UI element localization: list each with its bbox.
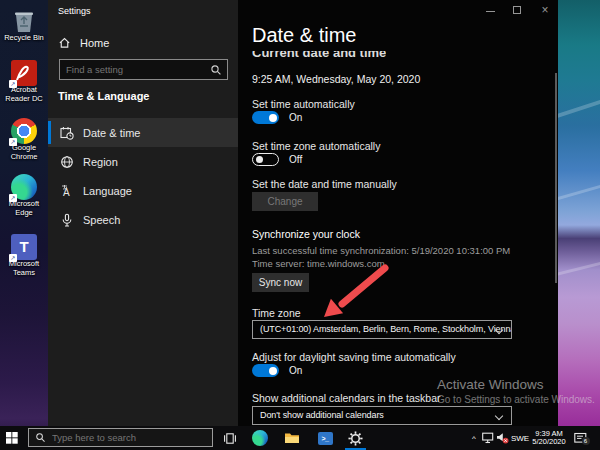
current-datetime: 9:25 AM, Wednesday, May 20, 2020 <box>252 73 420 85</box>
dst-toggle-row: On <box>252 364 302 377</box>
taskbar-file-explorer-button[interactable] <box>283 426 301 450</box>
desktop-icon-chrome[interactable]: ↗ Google Chrome <box>0 118 48 161</box>
calendars-value: Don't show additional calendars <box>260 410 384 420</box>
set-time-toggle[interactable] <box>252 111 279 124</box>
date-time-icon <box>60 126 74 140</box>
desktop-icon-recycle-bin[interactable]: Recycle Bin <box>0 8 48 43</box>
sidebar-item-label: Speech <box>83 214 120 226</box>
home-icon <box>58 36 71 49</box>
shortcut-arrow-icon: ↗ <box>9 194 17 202</box>
toggle-knob <box>269 367 277 375</box>
desktop-icon-edge[interactable]: ↗ Microsoft Edge <box>0 174 48 217</box>
change-button[interactable]: Change <box>252 192 318 211</box>
dst-toggle[interactable] <box>252 364 279 377</box>
tray-display-button[interactable] <box>481 426 495 450</box>
task-view-button[interactable] <box>221 426 239 450</box>
desktop-icon-label: Edge <box>15 208 33 217</box>
action-center-button[interactable]: 6 <box>571 426 589 450</box>
settings-gear-icon <box>348 431 363 446</box>
tray-expand-chevron[interactable]: ^ <box>468 426 480 450</box>
red-annotation-arrow <box>315 253 400 325</box>
toggle-knob <box>269 114 277 122</box>
sync-now-button[interactable]: Sync now <box>252 273 309 292</box>
settings-sidebar: Settings Home Time & Language <box>48 0 238 426</box>
settings-search-input[interactable] <box>60 64 210 75</box>
tray-clock[interactable]: 9:39 AM 5/20/2020 <box>531 426 567 450</box>
sidebar-nav: Date & time Region A Language <box>48 118 238 234</box>
taskbar-settings-button[interactable] <box>346 426 364 450</box>
settings-main-panel: Date & time Current date and time 9:25 A… <box>238 0 558 426</box>
window-title: Settings <box>58 6 91 16</box>
activate-windows-subtext: Go to Settings to activate Windows. <box>437 394 595 405</box>
timezone-value: (UTC+01:00) Amsterdam, Berlin, Bern, Rom… <box>260 324 512 334</box>
sync-heading: Synchronize your clock <box>252 228 360 240</box>
sidebar-item-label: Language <box>83 185 132 197</box>
timezone-label: Time zone <box>252 307 301 319</box>
tray-date: 5/20/2020 <box>532 438 565 447</box>
desktop-icon-label: Reader DC <box>5 94 43 103</box>
sidebar-home-label: Home <box>80 37 109 49</box>
sidebar-item-label: Date & time <box>83 127 140 139</box>
google-chrome-icon: ↗ <box>11 118 37 144</box>
microsoft-edge-icon: ↗ <box>11 174 37 200</box>
page-title: Date & time <box>252 24 356 47</box>
section-heading-clipped: Current date and time <box>252 51 386 60</box>
desktop-icon-label: Recycle Bin <box>0 34 48 43</box>
set-time-toggle-row: On <box>252 111 302 124</box>
sidebar-item-label: Region <box>83 156 118 168</box>
settings-search-box[interactable] <box>59 59 228 80</box>
desktop-icon-label: Chrome <box>11 152 38 161</box>
language-icon: A <box>60 184 74 198</box>
dst-label: Adjust for daylight saving time automati… <box>252 351 456 363</box>
sidebar-item-speech[interactable]: Speech <box>48 205 238 234</box>
search-icon <box>35 432 46 443</box>
acrobat-reader-icon: ↗ <box>11 60 37 86</box>
sidebar-item-language[interactable]: A Language <box>48 176 238 205</box>
taskbar-search-input[interactable] <box>52 432 206 443</box>
display-network-icon <box>482 432 495 444</box>
sidebar-item-date-time[interactable]: Date & time <box>48 118 238 147</box>
shortcut-arrow-icon: ↗ <box>9 138 17 146</box>
notification-count-badge: 6 <box>582 437 590 445</box>
chevron-down-icon <box>495 412 503 420</box>
calendars-dropdown[interactable]: Don't show additional calendars <box>252 406 512 425</box>
taskbar: >_ ^ <box>0 426 600 450</box>
toggle-knob <box>256 156 263 163</box>
set-timezone-toggle[interactable] <box>252 153 279 166</box>
sidebar-item-region[interactable]: Region <box>48 147 238 176</box>
screen: Recycle Bin ↗ Acrobat Reader DC ↗ Google… <box>0 0 600 450</box>
shortcut-arrow-icon: ↗ <box>9 254 17 262</box>
powershell-icon: >_ <box>318 432 333 445</box>
tray-language-indicator[interactable]: SWE <box>510 426 530 450</box>
tray-volume-button[interactable] <box>495 426 509 450</box>
microsoft-edge-icon <box>252 430 268 446</box>
scrollbar[interactable] <box>555 73 558 283</box>
search-icon[interactable] <box>210 64 222 76</box>
toggle-state-label: On <box>289 112 302 123</box>
taskbar-powershell-button[interactable]: >_ <box>316 426 334 450</box>
activate-windows-watermark: Activate Windows <box>437 377 544 392</box>
start-button[interactable] <box>0 426 24 450</box>
recycle-bin-icon <box>11 8 37 34</box>
taskbar-edge-button[interactable] <box>251 426 269 450</box>
task-view-icon <box>223 432 237 445</box>
file-explorer-icon <box>284 431 300 445</box>
settings-window: Settings Home Time & Language <box>48 0 558 426</box>
shortcut-arrow-icon: ↗ <box>9 80 17 88</box>
desktop-icon-acrobat[interactable]: ↗ Acrobat Reader DC <box>0 60 48 103</box>
manual-set-label: Set the date and time manually <box>252 178 397 190</box>
volume-muted-icon <box>496 432 509 444</box>
set-timezone-label: Set time zone automatically <box>252 140 380 152</box>
calendars-label: Show additional calendars in the taskbar <box>252 392 441 404</box>
selected-accent-bar <box>48 121 51 144</box>
region-icon <box>60 155 74 169</box>
windows-logo-icon <box>6 432 18 444</box>
taskbar-search-box[interactable] <box>28 428 213 447</box>
set-time-label: Set time automatically <box>252 98 355 110</box>
desktop-icon-teams[interactable]: T ↗ Microsoft Teams <box>0 234 48 277</box>
desktop-icon-label: Teams <box>13 268 35 277</box>
toggle-state-label: Off <box>289 154 302 165</box>
sidebar-section-heading: Time & Language <box>58 90 149 102</box>
sidebar-item-home[interactable]: Home <box>58 36 109 49</box>
toggle-state-label: On <box>289 365 302 376</box>
